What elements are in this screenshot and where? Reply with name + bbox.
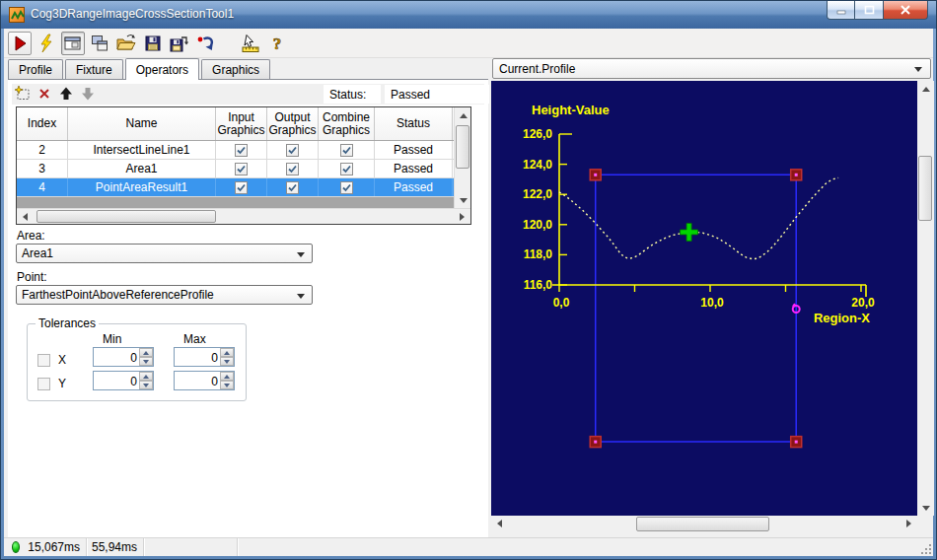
column-header-combine-graphics[interactable]: Combine Graphics xyxy=(319,107,375,140)
float-result-button[interactable] xyxy=(88,32,111,55)
tab-operators[interactable]: Operators xyxy=(125,58,199,80)
trigger-button[interactable] xyxy=(35,32,58,55)
graphics-checkbox[interactable] xyxy=(216,160,267,177)
point-combobox[interactable]: FarthestPointAboveReferenceProfile xyxy=(16,285,313,305)
column-header-output-graphics[interactable]: Output Graphics xyxy=(267,107,319,140)
resize-grip[interactable] xyxy=(919,542,931,554)
cell-status: Passed xyxy=(375,141,453,159)
svg-text:126,0: 126,0 xyxy=(523,127,552,141)
spin-up-arrow[interactable] xyxy=(220,372,234,381)
chart-vertical-scrollbar[interactable] xyxy=(917,81,934,516)
graphics-checkbox[interactable] xyxy=(319,141,375,159)
window-title: Cog3DRangeImageCrossSectionTool1 xyxy=(31,7,234,21)
tolerance-row-y: Y xyxy=(37,374,66,393)
scroll-up-arrow[interactable] xyxy=(917,81,934,97)
table-row[interactable]: 2IntersectLineLine1Passed xyxy=(17,141,454,160)
graphics-checkbox[interactable] xyxy=(319,178,375,196)
tab-fixture[interactable]: Fixture xyxy=(65,59,123,79)
chart-horizontal-scrollbar[interactable] xyxy=(491,516,917,533)
maximize-button[interactable] xyxy=(855,1,883,20)
cell-name: IntersectLineLine1 xyxy=(68,141,216,159)
electrode-tool-button[interactable] xyxy=(239,32,262,55)
graphics-checkbox[interactable] xyxy=(267,160,319,177)
statusbar: 15,067ms 55,94ms xyxy=(4,537,933,556)
help-button[interactable]: ? xyxy=(265,32,289,55)
tolerances-groupbox: Tolerances Min Max X00Y00 xyxy=(27,323,247,401)
scroll-up-arrow[interactable] xyxy=(455,107,471,123)
column-header-status[interactable]: Status xyxy=(375,107,453,140)
column-header-index[interactable]: Index xyxy=(17,107,68,140)
spin-up-arrow[interactable] xyxy=(220,348,234,357)
open-button[interactable] xyxy=(114,32,138,55)
cell-index: 4 xyxy=(17,178,68,196)
save-button[interactable] xyxy=(141,32,165,55)
table-vertical-scrollbar[interactable] xyxy=(454,107,470,208)
titlebar[interactable]: Cog3DRangeImageCrossSectionTool1 xyxy=(1,1,936,29)
record-selector-value: Current.Profile xyxy=(499,62,575,76)
graphics-checkbox[interactable] xyxy=(267,178,319,196)
graphics-checkbox[interactable] xyxy=(216,141,267,159)
spin-down-arrow[interactable] xyxy=(220,381,234,389)
save-as-button[interactable] xyxy=(168,32,191,55)
x-min-spinner[interactable]: 0 xyxy=(93,347,154,367)
y-axis-title: Height-Value xyxy=(532,103,610,117)
operators-toolbar: Status: Passed xyxy=(12,84,484,105)
add-operator-button[interactable] xyxy=(12,84,34,104)
execution-time: 15,067ms xyxy=(28,540,80,554)
tolerance-row-x: X xyxy=(37,350,66,370)
column-header-input-graphics[interactable]: Input Graphics xyxy=(216,107,267,140)
delete-operator-button[interactable] xyxy=(34,84,55,104)
close-button[interactable] xyxy=(883,1,928,20)
profile-chart[interactable]: 0,010,020,0116,0118,0120,0122,0124,0126,… xyxy=(491,81,917,516)
point-combobox-value: FarthestPointAboveReferenceProfile xyxy=(22,288,214,302)
graphics-checkbox[interactable] xyxy=(267,141,319,159)
scroll-right-arrow[interactable] xyxy=(454,209,470,225)
app-icon xyxy=(9,7,25,23)
graphics-checkbox[interactable] xyxy=(216,178,267,196)
svg-text:0,0: 0,0 xyxy=(553,296,570,310)
chevron-down-icon xyxy=(914,67,922,72)
scroll-down-arrow[interactable] xyxy=(455,192,471,208)
scroll-right-arrow[interactable] xyxy=(901,516,917,531)
spin-down-arrow[interactable] xyxy=(220,357,234,366)
spin-down-arrow[interactable] xyxy=(139,357,153,366)
scroll-thumb[interactable] xyxy=(636,517,769,531)
spin-up-arrow[interactable] xyxy=(139,348,153,357)
scroll-thumb[interactable] xyxy=(918,156,932,221)
tolerance-y-checkbox[interactable] xyxy=(37,378,50,390)
tab-profile[interactable]: Profile xyxy=(8,59,63,79)
column-header-name[interactable]: Name xyxy=(68,107,216,140)
y-min-spinner[interactable]: 0 xyxy=(93,371,154,390)
tolerance-x-checkbox[interactable] xyxy=(37,354,50,367)
x-max-spinner[interactable]: 0 xyxy=(174,347,235,367)
reset-button[interactable] xyxy=(194,32,218,55)
scroll-left-arrow[interactable] xyxy=(491,516,508,531)
area-combobox[interactable]: Area1 xyxy=(16,244,313,263)
tab-graphics[interactable]: Graphics xyxy=(201,59,270,79)
move-up-button[interactable] xyxy=(55,84,77,104)
scroll-left-arrow[interactable] xyxy=(17,209,34,225)
spinner-value: 0 xyxy=(130,375,137,388)
result-led-icon xyxy=(12,541,20,553)
table-header[interactable]: IndexNameInput GraphicsOutput GraphicsCo… xyxy=(17,107,454,141)
scroll-thumb[interactable] xyxy=(456,125,469,169)
graphics-checkbox[interactable] xyxy=(319,160,375,177)
run-button[interactable] xyxy=(8,32,32,55)
table-horizontal-scrollbar[interactable] xyxy=(17,208,470,224)
show-result-toggle[interactable] xyxy=(61,32,85,55)
cell-status: Passed xyxy=(375,160,453,177)
y-max-spinner[interactable]: 0 xyxy=(174,371,235,390)
minimize-button[interactable] xyxy=(827,1,855,20)
svg-text:116,0: 116,0 xyxy=(524,278,553,292)
spin-down-arrow[interactable] xyxy=(139,381,153,389)
scroll-down-arrow[interactable] xyxy=(917,500,934,516)
table-row[interactable]: 3Area1Passed xyxy=(17,160,454,178)
table-row[interactable]: 4PointAreaResult1Passed xyxy=(17,178,454,197)
table-empty-area xyxy=(17,197,454,208)
svg-text:10,0: 10,0 xyxy=(700,296,724,310)
record-selector-combobox[interactable]: Current.Profile xyxy=(492,58,931,79)
tolerances-legend: Tolerances xyxy=(36,316,99,330)
spin-up-arrow[interactable] xyxy=(139,372,153,381)
tool-window: Cog3DRangeImageCrossSectionTool1 ? Profi… xyxy=(0,0,937,560)
scroll-thumb[interactable] xyxy=(36,210,216,223)
